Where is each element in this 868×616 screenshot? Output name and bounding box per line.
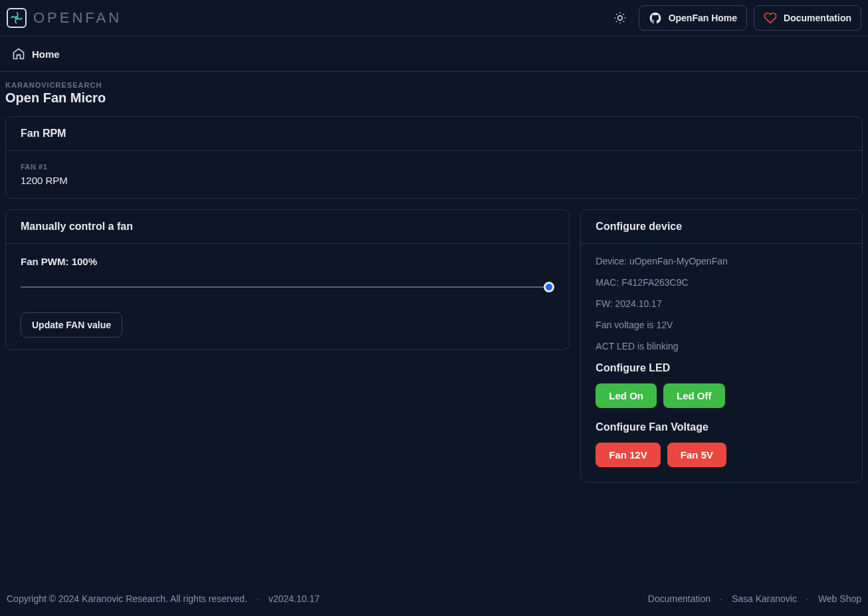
- documentation-button[interactable]: Documentation: [754, 5, 861, 31]
- footer-version: v2024.10.17: [269, 593, 320, 604]
- slider-thumb[interactable]: [544, 282, 554, 292]
- openfan-home-label: OpenFan Home: [669, 13, 737, 23]
- manual-control-title: Manually control a fan: [6, 210, 569, 244]
- github-icon: [649, 11, 662, 25]
- device-mac: MAC: F412FA263C9C: [596, 277, 847, 288]
- device-led-status: ACT LED is blinking: [596, 341, 847, 352]
- configure-led-heading: Configure LED: [596, 362, 847, 374]
- home-icon: [12, 47, 25, 60]
- svg-line-5: [623, 21, 623, 22]
- fan-5v-button[interactable]: Fan 5V: [667, 443, 726, 467]
- configure-voltage-heading: Configure Fan Voltage: [596, 421, 847, 433]
- footer: Copyright © 2024 Karanovic Research. All…: [0, 584, 868, 616]
- heart-icon: [764, 11, 777, 25]
- footer-docs-link[interactable]: Documentation: [648, 593, 710, 604]
- pwm-label: Fan PWM: 100%: [21, 256, 554, 267]
- footer-author-link[interactable]: Sasa Karanovic: [732, 593, 797, 604]
- breadcrumb: Home: [0, 37, 868, 72]
- device-voltage: Fan voltage is 12V: [596, 320, 847, 330]
- footer-copyright: Copyright © 2024 Karanovic Research. All…: [7, 593, 247, 604]
- svg-line-8: [616, 21, 617, 22]
- brand-text: OPENFAN: [33, 9, 122, 27]
- svg-point-1: [617, 16, 622, 21]
- fan-rpm-card: Fan RPM FAN #1 1200 RPM: [5, 116, 863, 199]
- led-off-button[interactable]: Led Off: [663, 383, 725, 408]
- svg-line-9: [623, 14, 623, 15]
- fan-12v-button[interactable]: Fan 12V: [596, 443, 661, 467]
- configure-device-title: Configure device: [581, 210, 862, 244]
- svg-point-0: [15, 17, 17, 19]
- fan-rpm-value: 1200 RPM: [21, 175, 847, 186]
- svg-line-4: [616, 14, 617, 15]
- fan-logo-icon: [7, 8, 27, 28]
- device-fw: FW: 2024.10.17: [596, 298, 847, 309]
- theme-toggle-icon[interactable]: [608, 6, 632, 30]
- breadcrumb-home[interactable]: Home: [32, 49, 60, 60]
- fan-rpm-title: Fan RPM: [6, 117, 862, 151]
- manual-control-card: Manually control a fan Fan PWM: 100% Upd…: [5, 209, 570, 350]
- logo[interactable]: OPENFAN: [7, 8, 122, 28]
- device-name: Device: uOpenFan-MyOpenFan: [596, 256, 847, 266]
- org-label: KARANOVICRESEARCH: [5, 81, 863, 89]
- openfan-home-button[interactable]: OpenFan Home: [639, 5, 747, 31]
- page-title: Open Fan Micro: [5, 90, 863, 106]
- documentation-label: Documentation: [784, 13, 851, 23]
- fan-number-label: FAN #1: [21, 163, 847, 171]
- topbar: OPENFAN OpenFan Home Documentation: [0, 0, 868, 37]
- footer-shop-link[interactable]: Web Shop: [818, 593, 861, 604]
- configure-device-card: Configure device Device: uOpenFan-MyOpen…: [580, 209, 863, 482]
- update-fan-button[interactable]: Update FAN value: [21, 312, 122, 338]
- pwm-slider[interactable]: [21, 279, 554, 295]
- led-on-button[interactable]: Led On: [596, 383, 657, 408]
